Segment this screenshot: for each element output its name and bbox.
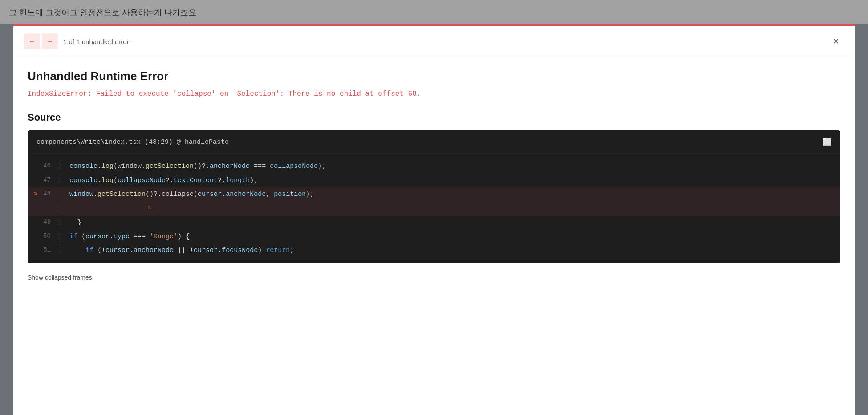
caret-content: ^: [66, 203, 840, 215]
line-49-content: }: [66, 217, 840, 228]
line-46-indicator: [28, 161, 40, 172]
line-49-number: 49: [40, 217, 58, 228]
line-46-content: console.log(window.getSelection()?.ancho…: [66, 161, 840, 172]
line-51-sep: |: [58, 245, 66, 256]
show-collapsed-frames[interactable]: Show collapsed frames: [28, 272, 840, 283]
line-50-indicator: [28, 231, 40, 242]
code-line-caret: | ^: [28, 202, 840, 216]
error-title: Unhandled Runtime Error: [28, 69, 840, 83]
error-message: IndexSizeError: Failed to execute 'colla…: [28, 89, 840, 99]
code-line-48: > 48 | window.getSelection()?.collapse(c…: [28, 187, 840, 202]
code-container: components\Write\index.tsx (48:29) @ han…: [28, 130, 840, 263]
line-51-content: if (!cursor.anchorNode || !cursor.focusN…: [66, 245, 840, 256]
external-link-icon[interactable]: ⬜: [823, 138, 831, 146]
line-49-indicator: [28, 217, 40, 228]
line-48-content: window.getSelection()?.collapse(cursor.a…: [66, 189, 840, 200]
line-50-content: if (cursor.type === 'Range') {: [66, 231, 840, 243]
code-line-50: 50 | if (cursor.type === 'Range') {: [28, 230, 840, 244]
caret-sep: |: [58, 203, 66, 215]
line-47-number: 47: [40, 175, 58, 186]
next-error-button[interactable]: →: [42, 33, 58, 49]
code-file-name: components\Write\index.tsx (48:29) @ han…: [37, 138, 229, 146]
code-line-51: 51 | if (!cursor.anchorNode || !cursor.f…: [28, 244, 840, 258]
prev-error-button[interactable]: ←: [24, 33, 40, 49]
line-47-indicator: [28, 175, 40, 186]
line-51-indicator: [28, 245, 40, 256]
line-50-sep: |: [58, 231, 66, 243]
code-line-47: 47 | console.log(collapseNode?.textConte…: [28, 174, 840, 188]
modal-body: Unhandled Runtime Error IndexSizeError: …: [13, 57, 855, 415]
error-navigation: ← →: [24, 33, 58, 49]
caret-indicator: [28, 203, 40, 214]
code-line-49: 49 | }: [28, 216, 840, 230]
error-modal: ← → 1 of 1 unhandled error × Unhandled R…: [13, 24, 855, 415]
line-48-indicator: >: [28, 189, 40, 200]
error-count-label: 1 of 1 unhandled error: [63, 38, 823, 45]
code-lines: 46 | console.log(window.getSelection()?.…: [28, 154, 840, 263]
line-47-sep: |: [58, 175, 66, 187]
line-46-number: 46: [40, 161, 58, 171]
line-51-number: 51: [40, 245, 58, 256]
code-line-46: 46 | console.log(window.getSelection()?.…: [28, 159, 840, 174]
line-47-content: console.log(collapseNode?.textContent?.l…: [66, 175, 840, 187]
modal-header: ← → 1 of 1 unhandled error ×: [13, 26, 855, 57]
close-button[interactable]: ×: [828, 33, 844, 49]
caret-line-number: [40, 203, 58, 214]
code-file-header: components\Write\index.tsx (48:29) @ han…: [28, 130, 840, 154]
line-48-sep: |: [58, 189, 66, 200]
source-title: Source: [28, 112, 840, 123]
line-50-number: 50: [40, 231, 58, 242]
line-46-sep: |: [58, 161, 66, 172]
line-49-sep: |: [58, 217, 66, 228]
line-48-number: 48: [40, 189, 58, 199]
